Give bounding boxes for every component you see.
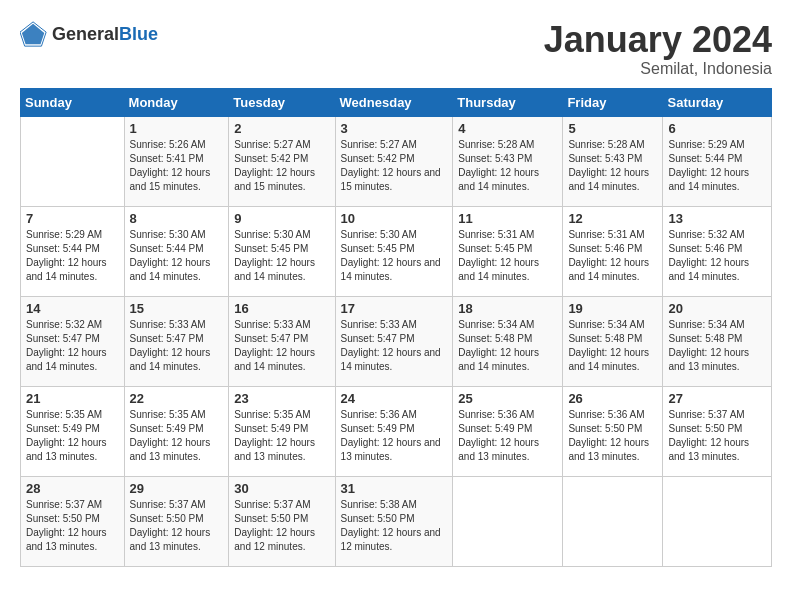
calendar-cell: 26Sunrise: 5:36 AM Sunset: 5:50 PM Dayli…: [563, 386, 663, 476]
calendar-cell: [21, 116, 125, 206]
day-number: 18: [458, 301, 557, 316]
day-number: 13: [668, 211, 766, 226]
calendar-cell: 4Sunrise: 5:28 AM Sunset: 5:43 PM Daylig…: [453, 116, 563, 206]
day-info: Sunrise: 5:35 AM Sunset: 5:49 PM Dayligh…: [234, 408, 329, 464]
week-row-4: 28Sunrise: 5:37 AM Sunset: 5:50 PM Dayli…: [21, 476, 772, 566]
day-number: 31: [341, 481, 448, 496]
day-number: 15: [130, 301, 224, 316]
calendar-cell: 28Sunrise: 5:37 AM Sunset: 5:50 PM Dayli…: [21, 476, 125, 566]
header-sunday: Sunday: [21, 88, 125, 116]
calendar-cell: 10Sunrise: 5:30 AM Sunset: 5:45 PM Dayli…: [335, 206, 453, 296]
logo-general: General: [52, 24, 119, 45]
calendar-subtitle: Semilat, Indonesia: [544, 60, 772, 78]
day-info: Sunrise: 5:29 AM Sunset: 5:44 PM Dayligh…: [668, 138, 766, 194]
header-monday: Monday: [124, 88, 229, 116]
calendar-table: Sunday Monday Tuesday Wednesday Thursday…: [20, 88, 772, 567]
calendar-cell: 5Sunrise: 5:28 AM Sunset: 5:43 PM Daylig…: [563, 116, 663, 206]
day-number: 11: [458, 211, 557, 226]
day-info: Sunrise: 5:28 AM Sunset: 5:43 PM Dayligh…: [458, 138, 557, 194]
calendar-cell: 15Sunrise: 5:33 AM Sunset: 5:47 PM Dayli…: [124, 296, 229, 386]
day-number: 29: [130, 481, 224, 496]
calendar-cell: 29Sunrise: 5:37 AM Sunset: 5:50 PM Dayli…: [124, 476, 229, 566]
calendar-cell: 19Sunrise: 5:34 AM Sunset: 5:48 PM Dayli…: [563, 296, 663, 386]
calendar-cell: 30Sunrise: 5:37 AM Sunset: 5:50 PM Dayli…: [229, 476, 335, 566]
day-info: Sunrise: 5:37 AM Sunset: 5:50 PM Dayligh…: [234, 498, 329, 554]
day-number: 12: [568, 211, 657, 226]
day-info: Sunrise: 5:35 AM Sunset: 5:49 PM Dayligh…: [26, 408, 119, 464]
calendar-cell: 1Sunrise: 5:26 AM Sunset: 5:41 PM Daylig…: [124, 116, 229, 206]
day-number: 25: [458, 391, 557, 406]
day-info: Sunrise: 5:32 AM Sunset: 5:47 PM Dayligh…: [26, 318, 119, 374]
day-number: 24: [341, 391, 448, 406]
day-number: 9: [234, 211, 329, 226]
week-row-1: 7Sunrise: 5:29 AM Sunset: 5:44 PM Daylig…: [21, 206, 772, 296]
day-number: 6: [668, 121, 766, 136]
header-saturday: Saturday: [663, 88, 772, 116]
day-info: Sunrise: 5:27 AM Sunset: 5:42 PM Dayligh…: [341, 138, 448, 194]
logo-icon: [20, 20, 48, 48]
day-number: 4: [458, 121, 557, 136]
day-number: 14: [26, 301, 119, 316]
calendar-cell: 22Sunrise: 5:35 AM Sunset: 5:49 PM Dayli…: [124, 386, 229, 476]
logo: General Blue: [20, 20, 158, 48]
day-number: 1: [130, 121, 224, 136]
day-info: Sunrise: 5:28 AM Sunset: 5:43 PM Dayligh…: [568, 138, 657, 194]
day-info: Sunrise: 5:36 AM Sunset: 5:50 PM Dayligh…: [568, 408, 657, 464]
day-info: Sunrise: 5:36 AM Sunset: 5:49 PM Dayligh…: [458, 408, 557, 464]
header-wednesday: Wednesday: [335, 88, 453, 116]
calendar-cell: 8Sunrise: 5:30 AM Sunset: 5:44 PM Daylig…: [124, 206, 229, 296]
calendar-cell: 12Sunrise: 5:31 AM Sunset: 5:46 PM Dayli…: [563, 206, 663, 296]
day-info: Sunrise: 5:37 AM Sunset: 5:50 PM Dayligh…: [130, 498, 224, 554]
header-thursday: Thursday: [453, 88, 563, 116]
calendar-cell: 23Sunrise: 5:35 AM Sunset: 5:49 PM Dayli…: [229, 386, 335, 476]
day-number: 17: [341, 301, 448, 316]
day-number: 3: [341, 121, 448, 136]
calendar-title: January 2024: [544, 20, 772, 60]
calendar-cell: 17Sunrise: 5:33 AM Sunset: 5:47 PM Dayli…: [335, 296, 453, 386]
day-number: 16: [234, 301, 329, 316]
day-info: Sunrise: 5:27 AM Sunset: 5:42 PM Dayligh…: [234, 138, 329, 194]
day-info: Sunrise: 5:33 AM Sunset: 5:47 PM Dayligh…: [234, 318, 329, 374]
day-number: 5: [568, 121, 657, 136]
day-number: 7: [26, 211, 119, 226]
day-info: Sunrise: 5:33 AM Sunset: 5:47 PM Dayligh…: [130, 318, 224, 374]
header-row: Sunday Monday Tuesday Wednesday Thursday…: [21, 88, 772, 116]
logo-blue: Blue: [119, 24, 158, 45]
day-info: Sunrise: 5:31 AM Sunset: 5:46 PM Dayligh…: [568, 228, 657, 284]
calendar-cell: 31Sunrise: 5:38 AM Sunset: 5:50 PM Dayli…: [335, 476, 453, 566]
day-info: Sunrise: 5:34 AM Sunset: 5:48 PM Dayligh…: [568, 318, 657, 374]
calendar-cell: 21Sunrise: 5:35 AM Sunset: 5:49 PM Dayli…: [21, 386, 125, 476]
title-section: January 2024 Semilat, Indonesia: [544, 20, 772, 78]
day-number: 22: [130, 391, 224, 406]
calendar-cell: [563, 476, 663, 566]
calendar-cell: [663, 476, 772, 566]
calendar-cell: 25Sunrise: 5:36 AM Sunset: 5:49 PM Dayli…: [453, 386, 563, 476]
svg-marker-0: [22, 24, 44, 45]
day-info: Sunrise: 5:37 AM Sunset: 5:50 PM Dayligh…: [668, 408, 766, 464]
calendar-cell: 20Sunrise: 5:34 AM Sunset: 5:48 PM Dayli…: [663, 296, 772, 386]
day-info: Sunrise: 5:34 AM Sunset: 5:48 PM Dayligh…: [668, 318, 766, 374]
day-number: 28: [26, 481, 119, 496]
day-info: Sunrise: 5:29 AM Sunset: 5:44 PM Dayligh…: [26, 228, 119, 284]
calendar-cell: 11Sunrise: 5:31 AM Sunset: 5:45 PM Dayli…: [453, 206, 563, 296]
day-info: Sunrise: 5:38 AM Sunset: 5:50 PM Dayligh…: [341, 498, 448, 554]
day-info: Sunrise: 5:35 AM Sunset: 5:49 PM Dayligh…: [130, 408, 224, 464]
day-info: Sunrise: 5:30 AM Sunset: 5:44 PM Dayligh…: [130, 228, 224, 284]
day-number: 30: [234, 481, 329, 496]
day-number: 23: [234, 391, 329, 406]
calendar-cell: 7Sunrise: 5:29 AM Sunset: 5:44 PM Daylig…: [21, 206, 125, 296]
calendar-cell: 16Sunrise: 5:33 AM Sunset: 5:47 PM Dayli…: [229, 296, 335, 386]
calendar-cell: 9Sunrise: 5:30 AM Sunset: 5:45 PM Daylig…: [229, 206, 335, 296]
calendar-cell: 18Sunrise: 5:34 AM Sunset: 5:48 PM Dayli…: [453, 296, 563, 386]
day-number: 2: [234, 121, 329, 136]
calendar-cell: [453, 476, 563, 566]
calendar-cell: 14Sunrise: 5:32 AM Sunset: 5:47 PM Dayli…: [21, 296, 125, 386]
day-info: Sunrise: 5:26 AM Sunset: 5:41 PM Dayligh…: [130, 138, 224, 194]
day-number: 27: [668, 391, 766, 406]
day-info: Sunrise: 5:34 AM Sunset: 5:48 PM Dayligh…: [458, 318, 557, 374]
day-info: Sunrise: 5:36 AM Sunset: 5:49 PM Dayligh…: [341, 408, 448, 464]
header: General Blue January 2024 Semilat, Indon…: [20, 20, 772, 78]
day-number: 20: [668, 301, 766, 316]
day-info: Sunrise: 5:37 AM Sunset: 5:50 PM Dayligh…: [26, 498, 119, 554]
day-number: 26: [568, 391, 657, 406]
